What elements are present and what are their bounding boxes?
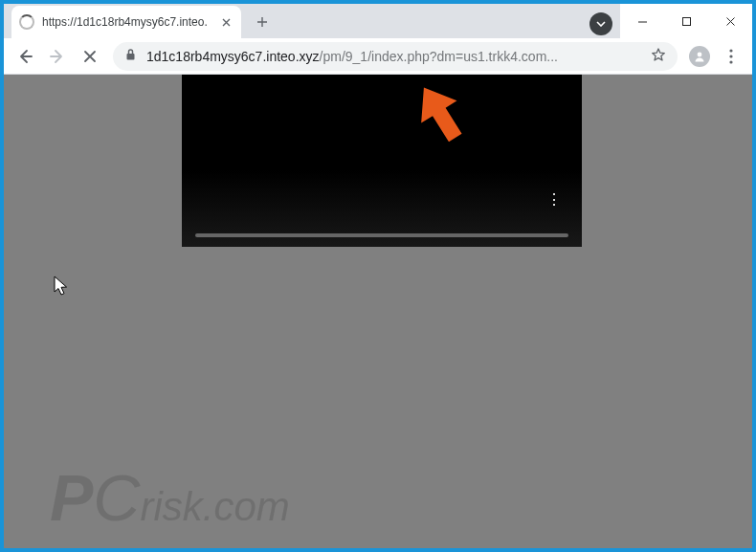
svg-point-4 (729, 55, 732, 57)
svg-point-3 (729, 49, 732, 52)
svg-point-2 (698, 52, 702, 56)
address-bar[interactable]: 1d1c18rb4mysy6c7.inteo.xyz/pm/9_1/index.… (113, 42, 678, 71)
stop-button[interactable] (75, 41, 105, 72)
loading-spinner-icon (19, 14, 34, 30)
svg-point-5 (729, 60, 732, 63)
main-menu-button[interactable] (716, 41, 746, 72)
tab-title: https://1d1c18rb4mysy6c7.inteo. (42, 15, 211, 29)
video-player[interactable]: ⋮ (182, 75, 582, 247)
watermark-p: P (50, 461, 93, 534)
window-controls (620, 4, 752, 38)
browser-window: https://1d1c18rb4mysy6c7.inteo. (4, 4, 752, 548)
close-tab-button[interactable] (218, 14, 233, 30)
back-button[interactable] (10, 41, 40, 72)
close-window-button[interactable] (708, 7, 752, 35)
url-domain: 1d1c18rb4mysy6c7.inteo.xyz (146, 49, 320, 64)
watermark-suffix: risk.com (140, 484, 289, 529)
new-tab-button[interactable] (249, 9, 276, 35)
profile-button[interactable] (685, 42, 714, 71)
maximize-button[interactable] (664, 7, 708, 35)
url-path: /pm/9_1/index.php?dm=us1.trkk4.com... (320, 49, 558, 64)
search-tabs-button[interactable] (589, 12, 612, 35)
minimize-button[interactable] (620, 7, 664, 35)
pointer-arrow-icon (415, 78, 469, 155)
mouse-cursor-icon (54, 276, 69, 300)
watermark-text: PCrisk.com (50, 460, 290, 535)
page-content: ⋮ PCrisk.com (4, 75, 752, 548)
video-more-button[interactable]: ⋮ (546, 190, 563, 209)
avatar-icon (689, 46, 710, 67)
watermark-c: C (93, 461, 140, 534)
url-text: 1d1c18rb4mysy6c7.inteo.xyz/pm/9_1/index.… (146, 49, 641, 64)
browser-toolbar: 1d1c18rb4mysy6c7.inteo.xyz/pm/9_1/index.… (4, 38, 752, 75)
video-controls: ⋮ (195, 233, 568, 237)
lock-icon (124, 48, 137, 64)
tab-strip: https://1d1c18rb4mysy6c7.inteo. (4, 4, 620, 38)
svg-rect-1 (127, 54, 135, 60)
browser-tab[interactable]: https://1d1c18rb4mysy6c7.inteo. (11, 6, 241, 38)
bookmark-button[interactable] (651, 47, 666, 65)
svg-rect-0 (682, 17, 690, 25)
video-progress-bar[interactable] (195, 233, 568, 237)
forward-button[interactable] (42, 41, 73, 72)
